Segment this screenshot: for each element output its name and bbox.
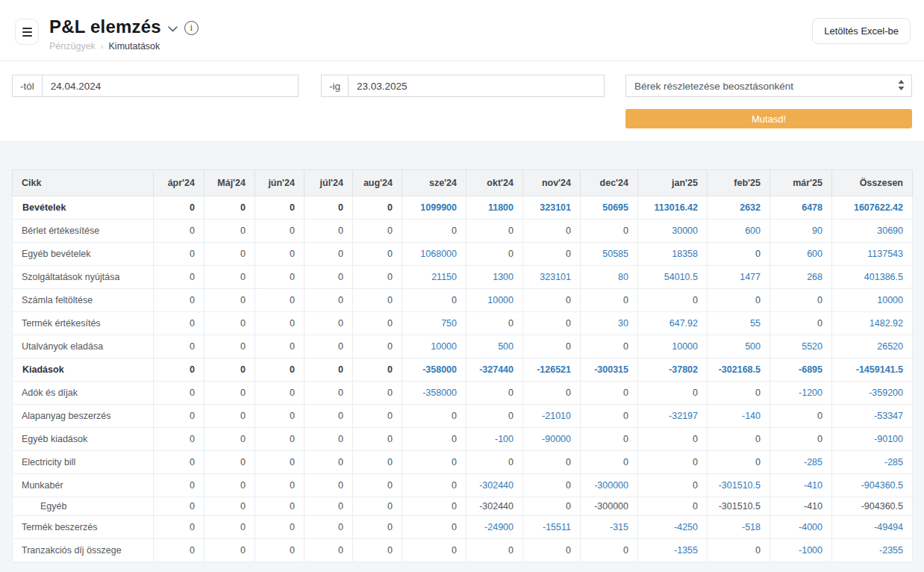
- cell-value-link[interactable]: -126521: [523, 358, 581, 382]
- cell-value-link[interactable]: -4000: [770, 516, 832, 539]
- cell-value: 0: [523, 451, 581, 474]
- cell-value-link[interactable]: -32197: [638, 405, 708, 428]
- cell-value-link[interactable]: 750: [402, 312, 466, 335]
- cell-value-link[interactable]: -53347: [832, 405, 913, 428]
- cell-value-link[interactable]: 55: [708, 312, 770, 335]
- cell-value-link[interactable]: 10000: [402, 335, 466, 358]
- cell-value-link[interactable]: 10000: [466, 289, 523, 312]
- cell-value-link[interactable]: 10000: [638, 335, 708, 358]
- date-from-group: -tól: [12, 75, 299, 97]
- cell-value-link[interactable]: 1137543: [832, 243, 913, 266]
- cell-value: 0: [466, 382, 523, 405]
- cell-value-link[interactable]: -15511: [523, 516, 581, 539]
- cell-value-link[interactable]: -140: [708, 405, 770, 428]
- cell-value-link[interactable]: -302440: [466, 474, 523, 497]
- cell-value-link[interactable]: 30: [581, 312, 638, 335]
- cell-value-link[interactable]: 500: [708, 335, 770, 358]
- cell-value-link[interactable]: 1607622.42: [832, 196, 913, 220]
- cell-value-link[interactable]: -315: [581, 516, 638, 539]
- cell-value-link[interactable]: 50695: [581, 196, 638, 220]
- cell-value-link[interactable]: -904360.5: [832, 474, 913, 497]
- cell-value: 0: [255, 358, 305, 382]
- date-from-input[interactable]: [43, 75, 298, 96]
- cell-value-link[interactable]: 113016.42: [638, 196, 708, 220]
- cell-value-link[interactable]: -1000: [770, 539, 832, 562]
- cell-value-link[interactable]: -300315: [581, 358, 638, 382]
- cell-value-link[interactable]: 10000: [832, 289, 913, 312]
- row-label: Kiadások: [13, 358, 154, 382]
- download-excel-button[interactable]: Letöltés Excel-be: [812, 18, 911, 44]
- cell-value-link[interactable]: 401386.5: [832, 266, 913, 289]
- chevron-down-icon[interactable]: [168, 22, 178, 35]
- cell-value-link[interactable]: -359200: [832, 382, 913, 405]
- cell-value-link[interactable]: -302168.5: [708, 358, 770, 382]
- cell-value: 0: [255, 497, 305, 516]
- cell-value: 0: [205, 451, 255, 474]
- breadcrumb-parent[interactable]: Pénzügyek: [49, 41, 96, 52]
- cell-value-link[interactable]: -1459141.5: [832, 358, 913, 382]
- cell-value: 0: [353, 289, 402, 312]
- cell-value-link[interactable]: 30690: [832, 220, 913, 243]
- cell-value: 0: [353, 196, 402, 220]
- cell-value: 0: [255, 382, 305, 405]
- cell-value-link[interactable]: 323101: [523, 196, 581, 220]
- cell-value-link[interactable]: 90: [770, 220, 832, 243]
- cell-value-link[interactable]: -6895: [770, 358, 832, 382]
- cell-value-link[interactable]: -300000: [581, 474, 638, 497]
- cell-value-link[interactable]: 18358: [638, 243, 708, 266]
- hamburger-menu-button[interactable]: [15, 19, 39, 45]
- cell-value-link[interactable]: -4250: [638, 516, 708, 539]
- cell-value: 0: [305, 405, 353, 428]
- cell-value-link[interactable]: -90100: [832, 428, 913, 451]
- cell-value-link[interactable]: -518: [708, 516, 770, 539]
- cell-value-link[interactable]: -285: [770, 451, 832, 474]
- cell-value-link[interactable]: -358000: [402, 358, 466, 382]
- report-type-selected-value: Bérek részletezése beosztásonként: [634, 81, 898, 92]
- cell-value-link[interactable]: -37802: [638, 358, 708, 382]
- cell-value-link[interactable]: 80: [581, 266, 638, 289]
- cell-value: 0: [205, 196, 255, 220]
- show-report-button[interactable]: Mutasd!: [625, 109, 912, 128]
- cell-value-link[interactable]: -49494: [832, 516, 913, 539]
- cell-value-link[interactable]: -327440: [466, 358, 523, 382]
- cell-value-link[interactable]: -100: [466, 428, 523, 451]
- cell-value-link[interactable]: 323101: [523, 266, 581, 289]
- cell-value-link[interactable]: -410: [770, 474, 832, 497]
- cell-value-link[interactable]: 50585: [581, 243, 638, 266]
- cell-value: 0: [353, 516, 402, 539]
- cell-value-link[interactable]: -1200: [770, 382, 832, 405]
- report-type-select[interactable]: Bérek részletezése beosztásonként: [625, 75, 912, 97]
- cell-value-link[interactable]: -24900: [466, 516, 523, 539]
- cell-value-link[interactable]: 1300: [466, 266, 523, 289]
- cell-value-link[interactable]: 30000: [638, 220, 708, 243]
- cell-value-link[interactable]: 1477: [708, 266, 770, 289]
- cell-value-link[interactable]: 1099900: [402, 196, 466, 220]
- cell-value-link[interactable]: -90000: [523, 428, 581, 451]
- cell-value-link[interactable]: 26520: [832, 335, 913, 358]
- cell-value-link[interactable]: -358000: [402, 382, 466, 405]
- cell-value-link[interactable]: -285: [832, 451, 913, 474]
- cell-value-link[interactable]: 647.92: [638, 312, 708, 335]
- cell-value-link[interactable]: -21010: [523, 405, 581, 428]
- info-icon[interactable]: i: [184, 21, 199, 35]
- cell-value: 0: [353, 382, 402, 405]
- cell-value-link[interactable]: 600: [708, 220, 770, 243]
- cell-value-link[interactable]: 54010.5: [638, 266, 708, 289]
- cell-value-link[interactable]: -2355: [832, 539, 913, 562]
- cell-value-link[interactable]: 2632: [708, 196, 770, 220]
- cell-value-link[interactable]: 268: [770, 266, 832, 289]
- cell-value-link[interactable]: 11800: [466, 196, 523, 220]
- table-row: Termék beszerzés000000-24900-15511-315-4…: [13, 516, 913, 539]
- cell-value: 0: [581, 220, 638, 243]
- cell-value-link[interactable]: 1482.92: [832, 312, 913, 335]
- cell-value-link[interactable]: -1355: [638, 539, 708, 562]
- cell-value-link[interactable]: 5520: [770, 335, 832, 358]
- cell-value-link[interactable]: 6478: [770, 196, 832, 220]
- date-to-input[interactable]: [349, 75, 604, 96]
- column-header: jan'25: [638, 170, 708, 196]
- cell-value-link[interactable]: -301510.5: [708, 474, 770, 497]
- cell-value-link[interactable]: 500: [466, 335, 523, 358]
- cell-value-link[interactable]: 1068000: [402, 243, 466, 266]
- cell-value-link[interactable]: 600: [770, 243, 832, 266]
- cell-value-link[interactable]: 21150: [402, 266, 466, 289]
